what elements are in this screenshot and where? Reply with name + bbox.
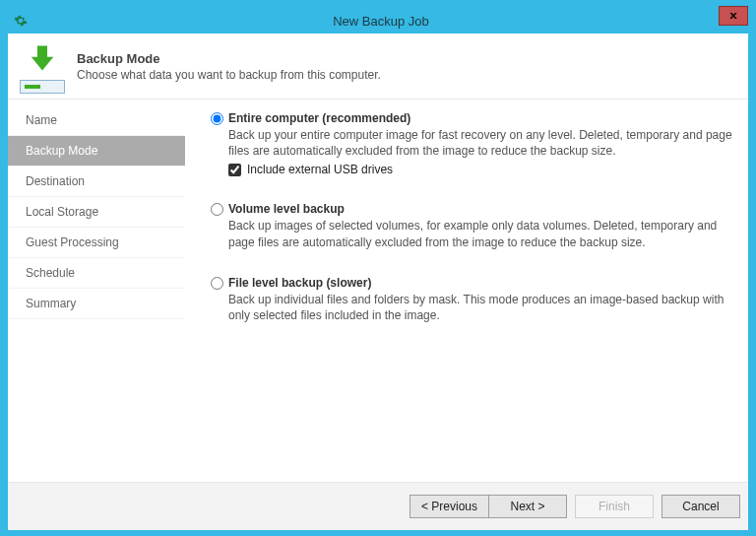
- content: Entire computer (recommended) Back up yo…: [185, 100, 748, 482]
- window-title: New Backup Job: [33, 14, 748, 29]
- page-subtitle: Choose what data you want to backup from…: [77, 68, 748, 82]
- option-volume-title: Volume level backup: [228, 202, 732, 216]
- step-guest-processing[interactable]: Guest Processing: [8, 228, 185, 258]
- sidebar: Name Backup Mode Destination Local Stora…: [8, 100, 185, 482]
- step-destination[interactable]: Destination: [8, 167, 185, 197]
- checkbox-include-usb[interactable]: Include external USB drives: [228, 163, 732, 176]
- option-file-backup[interactable]: File level backup (slower) Back up indiv…: [211, 276, 732, 323]
- option-file-title: File level backup (slower): [228, 276, 732, 290]
- step-schedule[interactable]: Schedule: [8, 258, 185, 289]
- option-volume-desc: Back up images of selected volumes, for …: [228, 218, 732, 249]
- step-name[interactable]: Name: [8, 105, 185, 136]
- option-volume-backup[interactable]: Volume level backup Back up images of se…: [211, 202, 732, 249]
- disk-icon: [20, 80, 65, 94]
- page-title: Backup Mode: [77, 51, 748, 66]
- arrow-down-icon: [26, 43, 59, 76]
- radio-file[interactable]: [211, 277, 223, 290]
- next-button[interactable]: Next >: [488, 495, 567, 518]
- checkbox-include-usb-input[interactable]: [228, 164, 241, 176]
- checkbox-include-usb-label: Include external USB drives: [247, 163, 393, 176]
- app-icon: [8, 14, 33, 28]
- finish-button: Finish: [575, 495, 654, 518]
- step-backup-mode[interactable]: Backup Mode: [8, 136, 185, 167]
- header: Backup Mode Choose what data you want to…: [8, 34, 748, 100]
- radio-volume[interactable]: [211, 203, 223, 216]
- radio-entire[interactable]: [211, 112, 223, 125]
- step-summary[interactable]: Summary: [8, 289, 185, 319]
- footer: < Previous Next > Finish Cancel: [8, 482, 748, 530]
- step-local-storage[interactable]: Local Storage: [8, 197, 185, 228]
- option-entire-title: Entire computer (recommended): [228, 111, 732, 125]
- previous-button[interactable]: < Previous: [410, 495, 488, 518]
- close-icon: x: [729, 10, 737, 21]
- header-icon: [8, 39, 77, 94]
- option-entire-desc: Back up your entire computer image for f…: [228, 127, 732, 159]
- option-entire-computer[interactable]: Entire computer (recommended) Back up yo…: [211, 111, 732, 176]
- titlebar: New Backup Job x: [8, 8, 748, 34]
- option-file-desc: Back up individual files and folders by …: [228, 292, 732, 323]
- close-button[interactable]: x: [719, 6, 748, 26]
- cancel-button[interactable]: Cancel: [662, 495, 740, 518]
